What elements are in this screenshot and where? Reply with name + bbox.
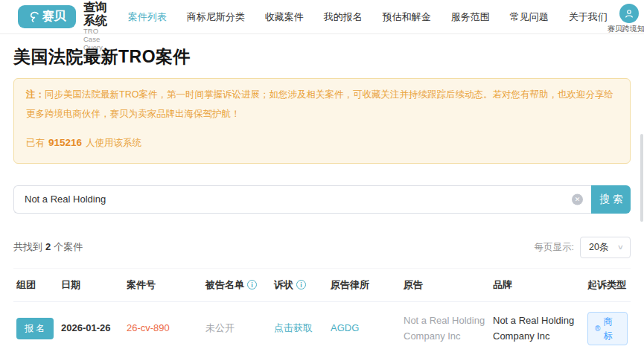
- count-suffix: 个案件: [54, 241, 83, 252]
- page-size-control: 每页显示: 20条 ∨: [535, 237, 631, 258]
- col-header-4: 被告名单i: [203, 268, 271, 301]
- user-name: 赛贝跨境知...: [608, 24, 644, 34]
- nav-item-3[interactable]: 收藏案件: [265, 10, 304, 24]
- case-type-label: 商标: [603, 315, 620, 342]
- defendants-value: 未公开: [205, 322, 235, 333]
- count-number: 2: [45, 241, 51, 252]
- brand-name: Not a Real Holding Company Inc: [493, 315, 574, 341]
- user-avatar-icon[interactable]: [619, 4, 639, 23]
- col-header-8: 品牌: [490, 268, 584, 301]
- logo-text: 赛贝: [42, 9, 66, 25]
- nav-item-8[interactable]: 关于我们: [569, 10, 608, 24]
- case-table: 组团日期案件号被告名单i诉状i原告律所原告品牌起诉类型 报名2026-01-26…: [13, 268, 631, 355]
- usage-suffix: 人使用该系统: [86, 138, 141, 148]
- signup-button[interactable]: 报名: [16, 318, 54, 339]
- case-date: 2026-01-26: [61, 322, 111, 333]
- top-header: 赛贝 TRO案件查询系统 TRO Case Query System 案件列表商…: [0, 0, 644, 34]
- law-firm-link[interactable]: AGDG: [331, 322, 359, 333]
- nav-item-4[interactable]: 我的报名: [324, 10, 363, 24]
- col-header-2: 日期: [58, 268, 124, 301]
- main-nav: 案件列表商标尼斯分类收藏案件我的报名预估和解金服务范围常见问题关于我们: [128, 10, 608, 24]
- usage-prefix: 已有: [26, 138, 45, 148]
- search-input-wrap: ✕: [13, 185, 591, 214]
- case-no-cell: 26-cv-890: [124, 301, 203, 355]
- col-header-5: 诉状i: [271, 268, 328, 301]
- plaintiff-name: Not a Real Holding Company Inc: [404, 315, 485, 341]
- main-content: 美国法院最新TRO案件 注：同步美国法院最新TRO案件，第一时间掌握诉讼进展；如…: [0, 45, 644, 355]
- table-header-row: 组团日期案件号被告名单i诉状i原告律所原告品牌起诉类型: [13, 268, 631, 301]
- results-row: 共找到2个案件 每页显示: 20条 ∨: [13, 237, 631, 258]
- page-size-label: 每页显示:: [535, 241, 574, 254]
- brand-cell: Not a Real Holding Company Inc: [490, 301, 584, 355]
- page-size-select[interactable]: 20条 ∨: [580, 237, 631, 258]
- notice-prefix: 注：: [26, 89, 45, 100]
- group-cell: 报名: [13, 301, 58, 355]
- app-title: TRO案件查询系统: [83, 0, 109, 28]
- complaint-cell: 点击获取: [271, 301, 328, 355]
- nav-item-1[interactable]: 案件列表: [128, 10, 167, 24]
- plaintiff-cell: Not a Real Holding Company Inc: [401, 301, 490, 355]
- nav-item-5[interactable]: 预估和解金: [383, 10, 431, 24]
- notice-text-line: 注：同步美国法院最新TRO案件，第一时间掌握诉讼进展；如您涉及相关案件，可收藏关…: [26, 86, 618, 124]
- saibei-logo-icon: [28, 11, 40, 23]
- clear-input-icon[interactable]: ✕: [572, 194, 583, 205]
- complaint-link[interactable]: 点击获取: [274, 322, 313, 333]
- case-type-badge[interactable]: ®商标: [587, 312, 628, 345]
- user-block[interactable]: 赛贝跨境知...: [608, 0, 644, 34]
- col-header-1: 组团: [13, 268, 58, 301]
- scrollbar[interactable]: [640, 134, 643, 222]
- date-cell: 2026-01-26: [58, 301, 124, 355]
- col-header-9: 起诉类型: [584, 268, 631, 301]
- nav-item-7[interactable]: 常见问题: [510, 10, 549, 24]
- notice-box: 注：同步美国法院最新TRO案件，第一时间掌握诉讼进展；如您涉及相关案件，可收藏关…: [13, 78, 631, 164]
- info-icon[interactable]: i: [247, 280, 257, 290]
- usage-count: 915216: [48, 137, 82, 148]
- col-header-3: 案件号: [124, 268, 203, 301]
- notice-text: 同步美国法院最新TRO案件，第一时间掌握诉讼进展；如您涉及相关案件，可收藏关注并…: [26, 89, 613, 119]
- page-title: 美国法院最新TRO案件: [13, 45, 631, 68]
- law-firm-cell: AGDG: [328, 301, 401, 355]
- search-button[interactable]: 搜索: [591, 185, 631, 214]
- results-count: 共找到2个案件: [13, 240, 83, 254]
- usage-line: 已有915216人使用该系统: [26, 132, 618, 153]
- table-body: 报名2026-01-2626-cv-890未公开点击获取AGDGNot a Re…: [13, 301, 631, 355]
- col-header-6: 原告律所: [328, 268, 401, 301]
- saibei-logo[interactable]: 赛贝: [18, 5, 76, 28]
- search-input[interactable]: [13, 185, 591, 214]
- count-prefix: 共找到: [13, 241, 42, 252]
- nav-item-2[interactable]: 商标尼斯分类: [187, 10, 245, 24]
- case-type-cell: ®商标: [584, 301, 631, 355]
- case-row: 报名2026-01-2626-cv-890未公开点击获取AGDGNot a Re…: [13, 301, 631, 355]
- nav-item-6[interactable]: 服务范围: [451, 10, 490, 24]
- col-header-7: 原告: [401, 268, 490, 301]
- case-number-link[interactable]: 26-cv-890: [127, 322, 170, 333]
- registered-trademark-icon: ®: [595, 323, 600, 335]
- page-size-value: 20条: [589, 241, 608, 254]
- page: 赛贝 TRO案件查询系统 TRO Case Query System 案件列表商…: [0, 0, 644, 355]
- chevron-down-icon: ∨: [617, 243, 624, 251]
- search-bar: ✕ 搜索: [13, 185, 631, 214]
- info-icon[interactable]: i: [296, 280, 306, 290]
- defendants-cell: 未公开: [203, 301, 271, 355]
